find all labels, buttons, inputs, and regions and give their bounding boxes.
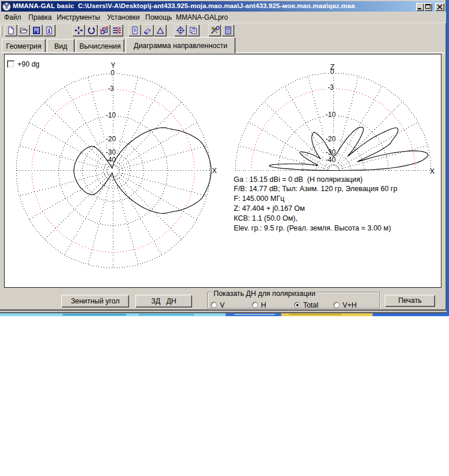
svg-text:-10: -10	[106, 111, 116, 119]
svg-text:-10: -10	[326, 111, 336, 119]
svg-text:0: 0	[111, 69, 115, 77]
svg-text:-20: -20	[326, 135, 336, 143]
svg-text:X: X	[430, 167, 435, 175]
svg-text:-3: -3	[108, 85, 114, 93]
svg-text:Z: Z	[330, 63, 334, 71]
svg-text:-40: -40	[326, 156, 336, 164]
svg-text:-40: -40	[106, 156, 116, 164]
svg-text:X: X	[212, 167, 216, 175]
svg-text:Y: Y	[111, 61, 115, 69]
svg-text:-20: -20	[106, 135, 116, 143]
svg-text:-3: -3	[327, 83, 334, 91]
svg-text:-30: -30	[106, 148, 116, 156]
